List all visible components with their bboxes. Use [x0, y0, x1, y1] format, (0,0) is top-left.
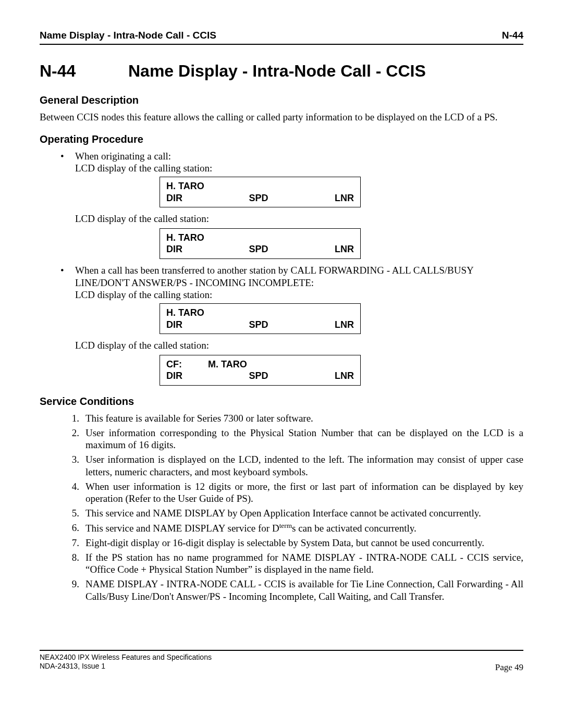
section-general-heading: General Description: [40, 94, 523, 107]
footer-page: Page 49: [495, 662, 523, 673]
service-item-5-text: This service and NAME DISPLAY by Open Ap…: [85, 508, 481, 519]
service-conditions-list: 1.This feature is available for Series 7…: [60, 412, 523, 603]
lcd2-lnr: LNR: [335, 243, 354, 255]
lcd-display-2: H. TARO DIR SPD LNR: [160, 228, 523, 259]
title-text: Name Display - Intra-Node Call - CCIS: [128, 61, 426, 80]
lcd-display-3: H. TARO DIR SPD LNR: [160, 303, 523, 334]
footer-line2: NDA-24313, Issue 1: [40, 662, 523, 671]
lcd-display-1: H. TARO DIR SPD LNR: [160, 177, 523, 207]
lcd3-spd: SPD: [249, 319, 268, 331]
service-item-4-text: When user information is 12 digits or mo…: [85, 481, 523, 504]
item6-post: s can be activated concurrently.: [292, 523, 417, 534]
bullet-originating-line1: LCD display of the calling station:: [75, 163, 212, 174]
page-footer: NEAX2400 IPX Wireless Features and Speci…: [40, 650, 523, 671]
lcd4-cf: CF:: [166, 359, 208, 371]
service-item-5: 5.This service and NAME DISPLAY by Open …: [60, 507, 523, 520]
lcd1-top: H. TARO: [166, 180, 354, 192]
service-item-4: 4.When user information is 12 digits or …: [60, 480, 523, 505]
bullet-transferred: When a call has been transferred to anot…: [60, 264, 523, 301]
page-header: Name Display - Intra-Node Call - CCIS N-…: [40, 29, 523, 45]
service-item-6-text: This service and NAME DISPLAY service fo…: [85, 523, 417, 534]
lcd2-top: H. TARO: [166, 232, 354, 244]
lcd3-dir: DIR: [166, 319, 182, 331]
item6-sup: term: [279, 522, 292, 529]
service-item-2: 2.User information corresponding to the …: [60, 427, 523, 452]
lcd1-dir: DIR: [166, 192, 182, 204]
lcd4-dir: DIR: [166, 370, 182, 382]
lcd2-spd: SPD: [249, 243, 268, 255]
service-item-3: 3.User information is displayed on the L…: [60, 453, 523, 478]
service-item-2-text: User information corresponding to the Ph…: [85, 427, 523, 451]
lcd1-lnr: LNR: [335, 192, 354, 204]
service-item-9: 9.NAME DISPLAY - INTRA-NODE CALL - CCIS …: [60, 578, 523, 603]
header-code: N-44: [502, 29, 523, 42]
service-item-7: 7.Eight-digit display or 16-digit displa…: [60, 537, 523, 549]
service-item-1-text: This feature is available for Series 730…: [85, 413, 313, 424]
lcd2-dir: DIR: [166, 243, 182, 255]
service-item-8: 8.If the PS station has no name programm…: [60, 551, 523, 576]
service-item-6: 6. This service and NAME DISPLAY service…: [60, 522, 523, 535]
bullet-transferred-line1: LCD display of the calling station:: [75, 289, 212, 300]
lcd1-spd: SPD: [249, 192, 268, 204]
lcd3-top: H. TARO: [166, 307, 354, 319]
bullet-originating: When originating a call: LCD display of …: [60, 150, 523, 175]
called-station-label-2: LCD display of the called station:: [75, 339, 523, 352]
lcd4-spd: SPD: [249, 370, 268, 382]
lcd4-name: M. TARO: [208, 359, 247, 371]
called-station-label-1: LCD display of the called station:: [75, 213, 523, 225]
bullet-transferred-intro: When a call has been transferred to anot…: [75, 265, 473, 288]
footer-line1: NEAX2400 IPX Wireless Features and Speci…: [40, 653, 523, 662]
header-title: Name Display - Intra-Node Call - CCIS: [40, 29, 216, 42]
service-item-7-text: Eight-digit display or 16-digit display …: [85, 537, 484, 548]
lcd4-lnr: LNR: [335, 370, 354, 382]
page-title: N-44Name Display - Intra-Node Call - CCI…: [40, 60, 523, 81]
lcd3-lnr: LNR: [335, 319, 354, 331]
item6-pre: This service and NAME DISPLAY service fo…: [85, 523, 279, 534]
service-item-3-text: User information is displayed on the LCD…: [85, 454, 523, 477]
title-code: N-44: [40, 60, 128, 81]
section-service-heading: Service Conditions: [40, 395, 523, 408]
service-item-1: 1.This feature is available for Series 7…: [60, 412, 523, 425]
service-item-8-text: If the PS station has no name programmed…: [85, 552, 523, 575]
bullet-originating-intro: When originating a call:: [75, 151, 171, 162]
service-item-9-text: NAME DISPLAY - INTRA-NODE CALL - CCIS is…: [85, 578, 523, 602]
section-operating-heading: Operating Procedure: [40, 133, 523, 146]
general-description-body: Between CCIS nodes this feature allows t…: [40, 111, 523, 124]
lcd-display-4: CF: M. TARO DIR SPD LNR: [160, 355, 523, 386]
